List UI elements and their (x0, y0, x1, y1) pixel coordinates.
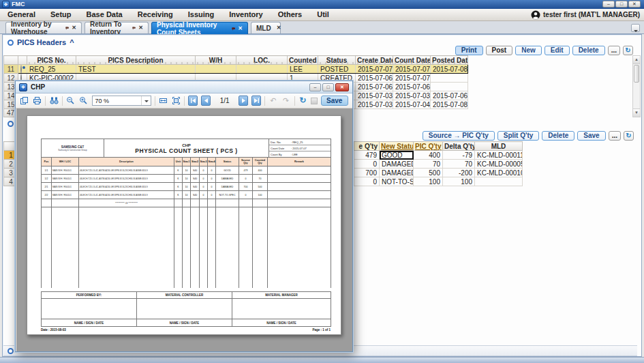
pics-details-section[interactable] (7, 121, 14, 127)
fit-page-icon[interactable] (172, 96, 181, 106)
dialog-close-button[interactable]: ✕ (335, 83, 349, 91)
table-row[interactable]: 0 NOT-TO-SPEC 100 100 (354, 177, 523, 186)
tab-close-icon[interactable]: ✕ (138, 25, 143, 31)
cell-mld-link[interactable]: KC-MLD-00010 (475, 169, 523, 177)
first-page-button[interactable] (188, 96, 198, 106)
dialog-maximize-button[interactable]: □ (322, 83, 334, 91)
radio-selected[interactable] (20, 65, 22, 74)
menu-setup[interactable]: Setup (43, 9, 79, 20)
menu-util[interactable]: Util (309, 9, 337, 20)
zoom-level-combobox[interactable]: 70 % (92, 96, 152, 106)
col-source-qty[interactable]: e Q'ty (354, 142, 380, 151)
table-row[interactable]: 11 REQ_25 TEST LEE POSTED 2015-07-07 201… (4, 65, 468, 74)
delete-button[interactable]: Delete (572, 46, 605, 55)
table-row[interactable]: 0 DAMAGED 70 70 KC-MLD-00005 (354, 160, 523, 169)
doc-info-value: : 2015-07-07 (291, 147, 307, 150)
col-counted-by[interactable]: Counted By (288, 56, 318, 65)
col-pic-qty[interactable]: PIC Q'ty (414, 142, 443, 151)
scroll-up-icon[interactable]: ▲ (633, 56, 640, 64)
col-status[interactable]: Status (318, 56, 356, 65)
toolbar-separator (264, 96, 265, 106)
company-subtitle: Samsung & Construction Group (42, 149, 104, 151)
menu-others[interactable]: Others (271, 9, 309, 20)
prev-page-button[interactable] (201, 96, 211, 106)
cell-mld-link[interactable]: KC-MLD-00011 (475, 151, 523, 160)
col-posted-date[interactable]: Posted Date (431, 56, 468, 65)
user-name[interactable]: tester first (MAT'L MANAGER) (543, 11, 640, 18)
pin-icon[interactable] (232, 26, 235, 31)
col-create-date[interactable]: Create Date (356, 56, 393, 65)
tab-physical-inventory-count-sheets[interactable]: Physical Inventory Count Sheets ✕ (151, 22, 248, 34)
menu-general[interactable]: General (0, 9, 43, 20)
scrollbar-thumb[interactable] (634, 65, 639, 83)
maximize-button[interactable]: □ (615, 1, 628, 8)
print-button[interactable]: Print (455, 46, 483, 55)
delete-button[interactable]: Delete (542, 131, 574, 141)
collapse-caret[interactable]: ^ (70, 38, 74, 46)
tab-close-icon[interactable]: ✕ (277, 25, 281, 31)
pics-headers-section[interactable]: PICS Headers ^ (7, 38, 74, 46)
dialog-minimize-button[interactable]: – (309, 83, 321, 91)
tab-inventory-by-warehouse[interactable]: Inventory by Warehouse ✕ (5, 22, 82, 33)
tab-overflow-button[interactable] (631, 24, 640, 32)
cell-counted-by: LEE (288, 65, 318, 74)
cell-new-status[interactable]: GOOD (380, 151, 414, 160)
tab-return-to-inventory[interactable]: Return To Inventory ✕ (85, 22, 149, 33)
zoom-out-icon[interactable] (66, 96, 76, 106)
post-button[interactable]: Post (486, 46, 513, 55)
dialog-title-bar[interactable]: ❖ CHP – □ ✕ (16, 81, 352, 93)
refresh-icon[interactable]: ↻ (624, 131, 634, 141)
next-page-button[interactable] (239, 96, 248, 106)
minimize-button[interactable]: – (602, 1, 615, 8)
col-delta-qty[interactable]: Delta Q'ty (443, 142, 475, 151)
chevron-down-icon[interactable] (141, 96, 151, 105)
refresh-icon[interactable]: ↻ (298, 96, 307, 106)
menu-receiving[interactable]: Receiving (130, 9, 181, 20)
edit-button[interactable]: Edit (545, 46, 570, 55)
more-button[interactable]: ... (609, 131, 621, 141)
save-button[interactable]: Save (577, 131, 605, 141)
print-icon[interactable] (33, 96, 42, 106)
find-icon[interactable] (49, 96, 59, 106)
close-button[interactable]: ✕ (628, 1, 641, 8)
cell-select[interactable] (18, 65, 27, 74)
col-wh[interactable]: W/H (196, 56, 236, 65)
split-qty-button[interactable]: Split Q'ty (497, 131, 540, 141)
cell-new-status[interactable]: NOT-TO-SPEC (380, 177, 414, 186)
col-pics-no[interactable]: PICS No. (27, 56, 76, 65)
table-row[interactable]: 700 DAMAGED 500 -200 KC-MLD-00010 (354, 169, 523, 177)
cell-mld-link[interactable] (475, 177, 523, 186)
col-new-status[interactable]: New Status (380, 142, 414, 151)
last-page-button[interactable] (251, 96, 261, 106)
tab-close-icon[interactable]: ✕ (72, 25, 76, 31)
source-to-pic-qty-button[interactable]: Source → PIC Q'ty (423, 131, 495, 141)
new-button[interactable]: New (515, 46, 542, 55)
refresh-icon[interactable]: ↻ (623, 46, 633, 55)
tab-mld[interactable]: MLD ✕ (251, 22, 281, 33)
scroll-down-icon[interactable]: ▼ (633, 108, 640, 117)
pin-icon[interactable] (65, 25, 69, 31)
preview-area[interactable]: SAMSUNG C&T Samsung & Construction Group… (16, 108, 352, 351)
cell-mld-link[interactable]: KC-MLD-00005 (475, 160, 523, 169)
menu-base-data[interactable]: Base Data (79, 9, 130, 20)
vertical-scrollbar[interactable]: ▲ ▼ (632, 55, 641, 117)
preview-save-button[interactable]: Save (321, 96, 348, 106)
export-copy-icon[interactable] (20, 96, 29, 106)
tab-close-icon[interactable]: ✕ (238, 26, 243, 31)
col-loc[interactable]: LOC. (236, 56, 288, 65)
more-button[interactable]: ... (608, 46, 620, 55)
doc-cell: K (174, 166, 183, 175)
col-count-date[interactable]: Count Date (393, 56, 431, 65)
doc-col: Remark (268, 158, 331, 166)
table-row[interactable]: 479 GOOD 400 -79 KC-MLD-00011 (354, 151, 523, 160)
menu-issuing[interactable]: Issuing (181, 9, 222, 20)
fit-width-icon[interactable] (159, 96, 168, 106)
doc-cell: MAIN W/H / RG0101 (52, 175, 79, 183)
menu-inventory[interactable]: Inventory (221, 9, 271, 20)
cell-new-status[interactable]: DAMAGED (380, 169, 414, 177)
col-pics-desc[interactable]: PICS Description (76, 56, 196, 65)
zoom-in-icon[interactable] (79, 96, 89, 106)
pin-icon[interactable] (132, 25, 136, 31)
col-mld[interactable]: MLD (475, 142, 523, 151)
cell-new-status[interactable]: DAMAGED (380, 160, 414, 169)
